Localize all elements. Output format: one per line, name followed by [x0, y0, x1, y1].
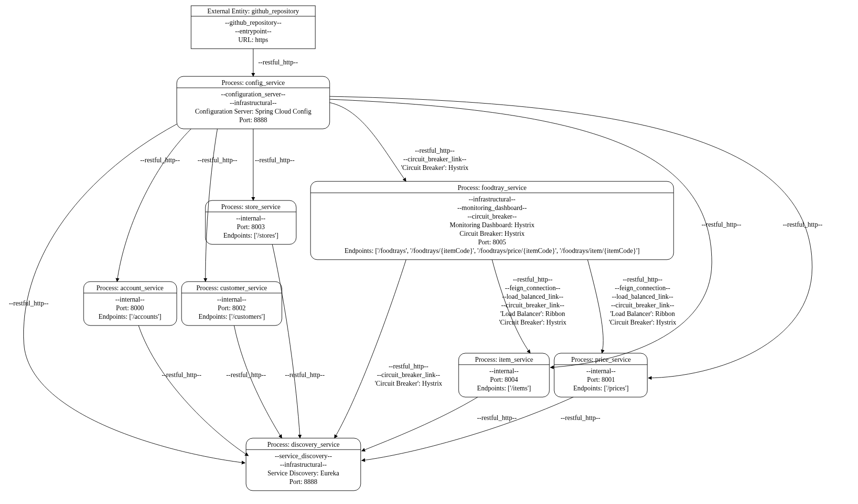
node-line: Port: 8001 — [587, 376, 615, 383]
edge-label: 'Circuit Breaker': Hystrix — [609, 319, 676, 326]
node-line: --internal-- — [236, 215, 266, 222]
edge-account-to-discovery — [139, 326, 248, 456]
edge-label: 'Circuit Breaker': Hystrix — [375, 380, 442, 387]
node-line: Endpoints: ['/stores'] — [223, 232, 278, 239]
edge-foodtray-to-price — [588, 260, 603, 353]
node-price-service: Process: price_service --internal-- Port… — [554, 353, 647, 397]
edge-item-to-discovery — [362, 397, 478, 451]
edge-foodtray-to-discovery — [334, 260, 406, 438]
node-line: Port: 8003 — [237, 223, 265, 231]
node-config-service: Process: config_service --configuration_… — [177, 76, 330, 129]
edge-label: --restful_http-- — [255, 157, 295, 164]
node-customer-service: Process: customer_service --internal-- P… — [182, 282, 282, 326]
edge-label: 'Circuit Breaker': Hystrix — [401, 164, 468, 171]
node-line: Port: 8888 — [239, 116, 268, 124]
node-line: --internal-- — [115, 296, 145, 303]
node-title: Process: foodtray_service — [458, 184, 526, 191]
node-line: Monitoring Dashboard: Hystrix — [450, 221, 534, 229]
edge-label: --restful_http-- — [622, 276, 663, 283]
node-item-service: Process: item_service --internal-- Port:… — [459, 353, 549, 397]
node-line: Endpoints: ['/customers'] — [198, 313, 265, 320]
node-title: Process: account_service — [97, 284, 163, 292]
node-line: --service_discovery-- — [275, 452, 332, 460]
node-line: Port: 8004 — [490, 376, 518, 383]
edge-price-to-discovery — [362, 397, 573, 461]
node-line: Port: 8000 — [116, 304, 144, 312]
node-account-service: Process: account_service --internal-- Po… — [84, 282, 177, 326]
node-line: Endpoints: ['/items'] — [477, 385, 531, 392]
node-line: --internal-- — [586, 368, 616, 375]
node-line: --entrypoint-- — [235, 28, 272, 35]
edge-label: --restful_http-- — [513, 276, 553, 283]
node-line: Endpoints: ['/prices'] — [573, 385, 629, 392]
node-title: External Entity: github_repository — [207, 8, 299, 15]
node-line: --infrastructural-- — [469, 196, 515, 203]
edge-label: --load_balanced_link-- — [502, 293, 564, 300]
node-line: Configuration Server: Spring Cloud Confi… — [195, 108, 311, 115]
node-title: Process: store_service — [221, 203, 280, 210]
edge-label: --feign_connection-- — [615, 284, 670, 292]
node-github-repository: External Entity: github_repository --git… — [191, 6, 315, 49]
edge-label: 'Load Balancer': Ribbon — [610, 310, 675, 317]
edge-label: --restful_http-- — [477, 414, 517, 421]
node-discovery-service: Process: discovery_service --service_dis… — [246, 438, 361, 491]
edge-config-to-account — [117, 129, 191, 282]
edge-label: --restful_http-- — [258, 59, 298, 66]
node-line: --configuration_server-- — [221, 91, 286, 98]
node-line: Port: 8005 — [478, 239, 506, 246]
node-title: Process: discovery_service — [267, 441, 339, 448]
edge-label: --feign_connection-- — [505, 284, 560, 292]
node-line: --internal-- — [489, 368, 519, 375]
node-title: Process: config_service — [222, 79, 285, 86]
node-line: Service Discovery: Eureka — [268, 470, 340, 477]
edge-label: --load_balanced_link-- — [612, 293, 674, 300]
node-line: --circuit_breaker-- — [467, 213, 516, 220]
edge-label: --circuit_breaker_link-- — [501, 302, 564, 309]
edge-customer-to-discovery — [234, 326, 282, 438]
edge-label: --restful_http-- — [9, 300, 49, 307]
edge-label: --restful_http-- — [388, 363, 429, 370]
edge-label: --circuit_breaker_link-- — [611, 302, 674, 309]
node-title: Process: price_service — [571, 356, 631, 363]
edge-label: --restful_http-- — [285, 371, 325, 378]
node-line: Endpoints: ['/accounts'] — [98, 313, 161, 320]
edge-label: --circuit_breaker_link-- — [377, 371, 440, 378]
node-line: Circuit Breaker: Hystrix — [460, 230, 525, 237]
node-store-service: Process: store_service --internal-- Port… — [205, 200, 296, 244]
edge-label: --restful_http-- — [560, 414, 601, 421]
edge-label: --restful_http-- — [415, 147, 455, 154]
edge-label: --restful_http-- — [197, 157, 237, 164]
node-title: Process: customer_service — [196, 284, 267, 292]
node-line: --monitoring_dashboard-- — [457, 204, 527, 211]
node-line: --infrastructural-- — [230, 99, 277, 106]
edge-label: --restful_http-- — [161, 371, 202, 378]
node-line: --github_repository-- — [225, 19, 282, 26]
edge-label: --restful_http-- — [226, 371, 266, 378]
node-line: --infrastructural-- — [280, 461, 327, 468]
edge-label: --restful_http-- — [140, 157, 180, 164]
edge-label: --restful_http-- — [783, 221, 823, 228]
edge-label: 'Circuit Breaker': Hystrix — [499, 319, 566, 326]
node-foodtray-service: Process: foodtray_service --infrastructu… — [311, 181, 674, 260]
edge-label: --circuit_breaker_link-- — [403, 156, 466, 163]
node-line: Port: 8888 — [290, 478, 318, 485]
node-line: Endpoints: ['/foodtrays', '/foodtrays/{i… — [344, 247, 640, 254]
node-line: Port: 8002 — [218, 304, 246, 312]
edge-label: --restful_http-- — [701, 221, 741, 228]
edge-label: 'Load Balancer': Ribbon — [500, 310, 565, 317]
node-line: URL: https — [238, 36, 268, 43]
edge-config-to-foodtray — [330, 103, 406, 181]
node-title: Process: item_service — [475, 356, 533, 363]
edge-store-to-discovery — [272, 244, 300, 438]
node-line: --internal-- — [217, 296, 247, 303]
